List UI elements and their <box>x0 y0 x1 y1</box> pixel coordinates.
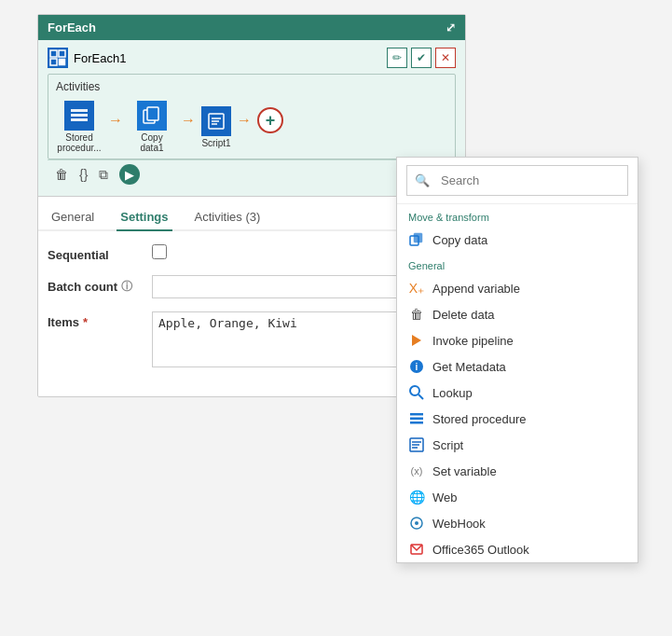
set-variable-icon: (x) <box>408 463 425 479</box>
dropdown-item-delete-data[interactable]: 🗑 Delete data <box>397 301 638 327</box>
edit-icon-box[interactable]: ✏ <box>387 48 407 68</box>
expand-icon[interactable]: ⤢ <box>446 21 456 35</box>
dropdown-item-append-variable[interactable]: X₊ Append variable <box>397 275 638 301</box>
activities-area: Activities Stored procedur... → <box>48 74 456 159</box>
svg-rect-3 <box>59 59 65 65</box>
delete-button[interactable]: 🗑 <box>55 167 68 182</box>
sequential-checkbox[interactable] <box>152 244 167 259</box>
webhook-icon <box>408 515 425 532</box>
lookup-icon <box>408 384 425 401</box>
section-move-transform: Move & transform <box>397 204 638 227</box>
svg-rect-14 <box>414 233 422 242</box>
stored-proc-label: Stored procedur... <box>56 132 103 153</box>
foreach-node-icon <box>48 48 68 68</box>
office365-icon <box>408 541 425 558</box>
dropdown-item-copy-data[interactable]: Copy data <box>397 227 638 253</box>
copy-data-label: Copy data1 <box>129 132 175 153</box>
items-row: Items Apple, Orange, Kiwi <box>48 311 456 370</box>
toolbar-row: 🗑 {} ⧉ ▶ <box>48 159 456 188</box>
dropdown-item-script[interactable]: Script <box>397 432 638 458</box>
dropdown-item-stored-procedure[interactable]: Stored procedure <box>397 406 638 432</box>
stored-proc-icon <box>64 101 94 131</box>
delete-data-icon: 🗑 <box>408 306 425 323</box>
svg-rect-20 <box>410 413 423 416</box>
items-label: Items <box>48 311 141 329</box>
dropdown-item-set-variable[interactable]: (x) Set variable <box>397 458 638 484</box>
svg-rect-4 <box>71 109 88 112</box>
section-general: General <box>397 253 638 275</box>
code-button[interactable]: {} <box>79 167 88 182</box>
web-icon: 🌐 <box>408 489 425 505</box>
sequential-label: Sequential <box>48 244 141 262</box>
svg-rect-2 <box>50 59 57 65</box>
get-metadata-icon: i <box>408 358 425 375</box>
copy-data-dropdown-icon <box>408 231 425 248</box>
svg-rect-1 <box>59 50 65 57</box>
dropdown-item-invoke-pipeline[interactable]: Invoke pipeline <box>397 327 638 353</box>
tab-general[interactable]: General <box>48 204 98 231</box>
foreach-title-row: ForEach1 ✏ ✔ ✕ <box>48 48 456 68</box>
arrow-1: → <box>108 112 123 129</box>
close-icon-box[interactable]: ✕ <box>435 48 456 68</box>
add-activity-button[interactable]: + <box>257 107 283 133</box>
svg-text:i: i <box>416 362 418 372</box>
copy-button[interactable]: ⧉ <box>99 167 108 183</box>
search-input[interactable] <box>435 170 620 191</box>
step-script[interactable]: Script1 <box>201 106 231 148</box>
script-icon <box>201 106 231 136</box>
tab-activities[interactable]: Activities (3) <box>191 204 265 231</box>
batch-count-info-icon[interactable]: ⓘ <box>121 279 132 295</box>
svg-rect-5 <box>71 114 88 117</box>
foreach-header: ForEach ⤢ <box>38 15 465 40</box>
batch-count-label: Batch count ⓘ <box>48 275 141 295</box>
tab-settings[interactable]: Settings <box>117 204 171 231</box>
svg-rect-6 <box>71 118 88 121</box>
append-var-icon: X₊ <box>408 280 425 297</box>
arrow-2: → <box>181 112 196 129</box>
step-stored-proc[interactable]: Stored procedur... <box>56 101 103 153</box>
sequential-row: Sequential <box>48 244 456 262</box>
svg-rect-8 <box>147 107 158 120</box>
action-icons: ✏ ✔ ✕ <box>387 48 456 68</box>
pipeline-steps: Stored procedur... → Copy data1 → <box>56 101 447 153</box>
foreach-node-label: ForEach1 <box>74 51 126 65</box>
foreach-header-title: ForEach <box>48 21 96 35</box>
svg-point-18 <box>410 386 419 395</box>
svg-rect-22 <box>410 422 423 424</box>
search-row: 🔍 <box>397 158 638 204</box>
svg-marker-15 <box>412 335 421 346</box>
script-label: Script1 <box>201 138 230 148</box>
batch-count-row: Batch count ⓘ <box>48 275 456 298</box>
script-dropdown-icon <box>408 436 425 453</box>
arrow-3: → <box>237 112 252 129</box>
search-input-wrap: 🔍 <box>406 165 628 196</box>
invoke-pipeline-icon <box>408 332 425 349</box>
activities-label: Activities <box>56 80 447 93</box>
dropdown-item-office365[interactable]: Office365 Outlook <box>397 536 638 562</box>
foreach-header-label: ForEach <box>48 21 96 35</box>
svg-rect-0 <box>50 50 57 57</box>
stored-procedure-icon <box>408 410 425 427</box>
copy-data-icon <box>137 101 167 131</box>
check-icon-box[interactable]: ✔ <box>411 48 432 68</box>
dropdown-item-get-metadata[interactable]: i Get Metadata <box>397 353 638 380</box>
dropdown-item-webhook[interactable]: WebHook <box>397 510 638 536</box>
search-icon: 🔍 <box>415 173 430 187</box>
foreach-name: ForEach1 <box>48 48 126 68</box>
dropdown-item-web[interactable]: 🌐 Web <box>397 484 638 510</box>
dropdown-item-lookup[interactable]: Lookup <box>397 380 638 406</box>
step-copy-data[interactable]: Copy data1 <box>129 101 175 153</box>
dropdown-scroll[interactable]: Move & transform Copy data General X₊ Ap… <box>397 204 638 562</box>
run-button[interactable]: ▶ <box>119 164 140 185</box>
activity-dropdown: 🔍 Move & transform Copy data General X₊ … <box>396 157 638 563</box>
svg-rect-21 <box>410 418 423 421</box>
svg-line-19 <box>418 394 423 399</box>
svg-point-28 <box>415 521 418 525</box>
